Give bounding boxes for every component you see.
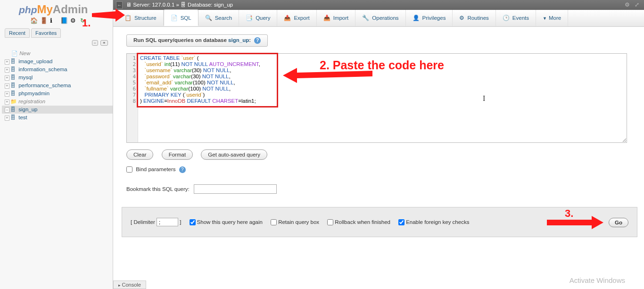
expand-icon[interactable]: + xyxy=(5,83,9,89)
bind-checkbox[interactable] xyxy=(126,166,132,173)
tab-label: Privileges xyxy=(422,15,446,21)
delimiter-input[interactable] xyxy=(157,218,178,226)
go-button[interactable]: Go xyxy=(609,218,628,227)
tree-label: test xyxy=(18,115,27,120)
tab-query[interactable]: 📑Query xyxy=(239,10,277,26)
help-icon[interactable]: ? xyxy=(254,37,261,44)
workarea: Run SQL query/queries on database sign_u… xyxy=(113,27,644,237)
tab-export[interactable]: 📤Export xyxy=(277,10,316,26)
clear-button[interactable]: Clear xyxy=(126,149,153,160)
tab-label: Structure xyxy=(134,15,157,21)
db-icon: 🗄 xyxy=(181,2,186,8)
back-icon[interactable]: ← xyxy=(116,1,123,9)
db-tree: 📄 New+🗄 image_upload+🗄 information_schem… xyxy=(0,48,113,122)
expand-icon[interactable]: + xyxy=(5,67,9,73)
retain-checkbox[interactable] xyxy=(271,219,277,225)
tree-label: New xyxy=(19,50,30,56)
autosaved-button[interactable]: Get auto-saved query xyxy=(201,149,267,160)
tab-label: Search xyxy=(215,15,232,21)
rollback-checkbox[interactable] xyxy=(327,219,333,225)
collapse-all-icon[interactable]: − xyxy=(92,40,98,46)
tree-item-phpmyadmin[interactable]: +🗄 phpmyadmin xyxy=(2,90,113,98)
expand-icon[interactable]: − xyxy=(5,107,9,113)
database-link[interactable]: Database: sign_up xyxy=(188,2,233,8)
tree-label: registration xyxy=(18,99,45,104)
delimiter-label-close: ] xyxy=(180,219,181,225)
tab-sql[interactable]: 📄SQL xyxy=(164,9,198,26)
tree-item-image_upload[interactable]: +🗄 image_upload xyxy=(2,58,113,66)
db-icon: 📄 xyxy=(11,50,18,57)
topbar-gear-icon[interactable]: ⚙ xyxy=(625,0,630,10)
text-cursor-icon: I xyxy=(483,94,485,103)
bind-help-icon[interactable]: ? xyxy=(179,166,186,173)
tree-item-sign_up[interactable]: −🗄 sign_up xyxy=(2,106,113,114)
db-icon: 🗄 xyxy=(10,66,17,72)
bookmark-label: Bookmark this SQL query: xyxy=(126,186,190,192)
server-link[interactable]: Server: 127.0.0.1 xyxy=(133,2,174,8)
tab-events[interactable]: 🕒Events xyxy=(496,10,536,26)
tab-more[interactable]: ▼More xyxy=(536,10,568,26)
reload-icon[interactable]: ↻ xyxy=(80,17,88,25)
db-icon: 📁 xyxy=(10,99,17,105)
tab-icon: 🔧 xyxy=(362,15,369,21)
tree-item-test[interactable]: +🗄 test xyxy=(2,114,113,122)
tab-icon: 👤 xyxy=(413,15,420,21)
tab-icon: 📋 xyxy=(124,15,132,21)
tree-toolbar: − ⚭ xyxy=(0,38,113,48)
tab-favorites[interactable]: Favorites xyxy=(31,28,61,38)
expand-icon[interactable]: + xyxy=(5,99,9,105)
code-area[interactable]: CREATE TABLE `user` ( `userid` int(11) N… xyxy=(140,55,260,104)
tab-privileges[interactable]: 👤Privileges xyxy=(406,10,453,26)
expand-icon[interactable]: + xyxy=(5,59,9,65)
expand-icon[interactable]: + xyxy=(5,75,9,81)
svg-marker-0 xyxy=(92,8,125,22)
tree-item-New[interactable]: 📄 New xyxy=(2,50,113,58)
tab-label: Operations xyxy=(372,15,398,21)
tab-routines[interactable]: ⚙Routines xyxy=(453,10,495,26)
format-button[interactable]: Format xyxy=(162,149,193,160)
gear-icon[interactable]: ⚙ xyxy=(70,17,78,25)
topbar-collapse-icon[interactable]: ⤢ xyxy=(635,0,639,10)
tab-icon: 📑 xyxy=(246,15,253,21)
logo-admin: Admin xyxy=(53,3,88,16)
tab-import[interactable]: 📥Import xyxy=(317,10,356,26)
tree-item-information_schema[interactable]: +🗄 information_schema xyxy=(2,66,113,74)
console-toggle[interactable]: Console xyxy=(113,281,146,289)
nav-tabs: 📋Structure📄SQL🔍Search📑Query📤Export📥Impor… xyxy=(113,10,644,27)
tab-label: Export xyxy=(294,15,309,21)
db-icon: 🗄 xyxy=(10,58,17,64)
info-icon[interactable]: ℹ xyxy=(50,17,58,25)
tab-icon: 📄 xyxy=(171,15,178,21)
line-gutter: 12345678 xyxy=(127,54,138,142)
exit-icon[interactable]: 🚪 xyxy=(40,17,48,25)
svg-marker-1 xyxy=(283,68,372,83)
sql-header: Run SQL query/queries on database sign_u… xyxy=(126,34,268,47)
home-icon[interactable]: 🏠 xyxy=(30,17,38,25)
expand-icon[interactable]: + xyxy=(5,116,9,121)
logo-my: My xyxy=(37,3,52,16)
fk-checkbox[interactable] xyxy=(398,219,405,225)
annotation-arrow-3 xyxy=(547,216,603,231)
tab-search[interactable]: 🔍Search xyxy=(198,10,239,26)
tree-item-performance_schema[interactable]: +🗄 performance_schema xyxy=(2,82,113,90)
recent-fav-tabs: Recent Favorites xyxy=(5,28,113,38)
tab-icon: 📥 xyxy=(323,15,330,21)
tab-operations[interactable]: 🔧Operations xyxy=(355,10,405,26)
more-caret-icon: ▼ xyxy=(543,16,547,21)
docs-icon[interactable]: 📘 xyxy=(60,17,68,25)
tree-item-registration[interactable]: +📁 registration xyxy=(2,98,113,106)
expand-icon[interactable]: + xyxy=(5,91,9,97)
bind-label: Bind parameters xyxy=(136,166,175,172)
tree-label: mysql xyxy=(18,74,33,80)
bookmark-input[interactable] xyxy=(194,184,277,194)
annotation-arrow-2 xyxy=(283,66,372,85)
show-again-checkbox[interactable] xyxy=(190,219,196,225)
tab-icon: 📤 xyxy=(284,15,291,21)
db-icon: 🗄 xyxy=(10,115,17,120)
sql-editor[interactable]: 12345678 CREATE TABLE `user` ( `userid` … xyxy=(126,53,627,143)
tree-label: image_upload xyxy=(18,58,52,64)
tab-label: More xyxy=(549,15,561,21)
tab-recent[interactable]: Recent xyxy=(5,28,30,38)
tree-item-mysql[interactable]: +🗄 mysql xyxy=(2,74,113,82)
link-icon[interactable]: ⚭ xyxy=(100,40,108,46)
